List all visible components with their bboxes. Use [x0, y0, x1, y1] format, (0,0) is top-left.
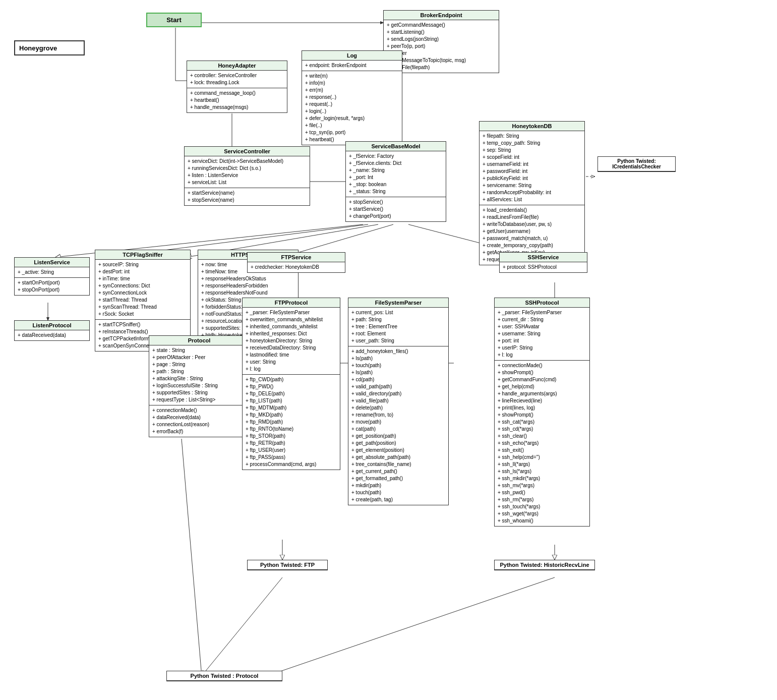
honeytoken-db-title: HoneytokenDB: [480, 122, 584, 131]
honey-adapter-title: HoneyAdapter: [187, 61, 287, 71]
honeygrove-text: Honeygrove: [19, 44, 57, 52]
honey-adapter-box: HoneyAdapter + controller: ServiceContro…: [187, 61, 287, 113]
python-twisted-protocol-box: Python Twisted : Protocol: [166, 671, 282, 681]
file-system-parser-box: FileSystemParser + current_pos: List + p…: [348, 298, 449, 505]
log-attrs: + endpoint: BrokerEndpoint: [302, 61, 402, 71]
python-twisted-protocol-title: Python Twisted : Protocol: [167, 671, 282, 681]
python-twisted-ftp-box: Python Twisted: FTP: [247, 560, 328, 570]
service-controller-attrs: + serviceDict: Dict(int->ServiceBaseMode…: [185, 156, 310, 188]
svg-line-22: [182, 439, 202, 676]
service-controller-title: ServiceController: [185, 147, 310, 156]
ssh-protocol-methods: + connectionMade() + showPrompt() + getC…: [495, 361, 589, 526]
listen-protocol-box: ListenProtocol + dataReceived(data): [14, 320, 90, 341]
protocol-box: Protocol + state : String + peerOfAttack…: [149, 335, 250, 437]
ftp-protocol-methods: + ftp_CWD(path) + ftp_PWD() + ftp_DELE(p…: [243, 375, 340, 470]
file-system-parser-title: FileSystemParser: [348, 298, 448, 308]
python-twisted-icredentials-box: Python Twisted:ICredentialsChecker: [597, 156, 676, 172]
python-twisted-historicrecvline-box: Python Twisted: HistoricRecvLine: [494, 560, 595, 570]
ssh-service-title: SSHService: [500, 253, 587, 262]
service-controller-box: ServiceController + serviceDict: Dict(in…: [184, 146, 310, 206]
honeytoken-db-box: HoneytokenDB + filepath: String + temp_c…: [479, 121, 585, 265]
service-base-model-title: ServiceBaseModel: [346, 142, 446, 151]
ftp-service-box: FTPService + credchecker: HoneytokenDB: [247, 252, 345, 273]
file-system-parser-attrs: + current_pos: List + path: String + tre…: [348, 308, 448, 346]
service-base-model-box: ServiceBaseModel + _fService: Factory + …: [345, 141, 446, 222]
service-base-model-attrs: + _fService: Factory + _fService.clients…: [346, 151, 446, 197]
honeytoken-db-attrs: + filepath: String + temp_copy_path: Str…: [480, 131, 584, 205]
tcp-flag-sniffer-title: TCPFlagSniffer: [95, 250, 190, 260]
ftp-service-title: FTPService: [248, 253, 345, 262]
listen-service-box: ListenService + _active: String + startO…: [14, 257, 90, 296]
ssh-service-attrs: + protocol: SSHProtocol: [500, 262, 587, 272]
broker-endpoint-title: BrokerEndpoint: [384, 11, 499, 20]
svg-line-21: [267, 577, 555, 676]
python-twisted-historicrecvline-title: Python Twisted: HistoricRecvLine: [495, 560, 594, 570]
python-twisted-icredentials-title: Python Twisted:ICredentialsChecker: [598, 157, 675, 171]
listen-protocol-title: ListenProtocol: [15, 321, 89, 330]
log-methods: + write(m) + info(m) + err(m) + response…: [302, 71, 402, 145]
python-twisted-ftp-title: Python Twisted: FTP: [248, 560, 327, 570]
protocol-attrs: + state : String + peerOfAttacker : Peer…: [149, 345, 249, 405]
svg-line-20: [202, 577, 282, 676]
honey-adapter-methods: + command_message_loop() + heartbeat() +…: [187, 88, 287, 112]
ftp-protocol-box: FTPProtocol + _parser: FileSystemParser …: [242, 298, 340, 470]
service-base-model-methods: + stopService() + startService() + chang…: [346, 197, 446, 221]
listen-service-title: ListenService: [15, 258, 89, 267]
listen-service-methods: + startOnPort(port) + stopOnPort(port): [15, 278, 89, 295]
log-box: Log + endpoint: BrokerEndpoint + write(m…: [302, 50, 402, 145]
diagram-container: Start Honeygrove BrokerEndpoint + getCom…: [0, 0, 777, 700]
ssh-protocol-box: SSHProtocol + _parser: FileSystemParser …: [494, 298, 590, 527]
listen-protocol-attrs: + dataReceived(data): [15, 330, 89, 340]
ssh-service-box: SSHService + protocol: SSHProtocol: [499, 252, 587, 273]
start-box: Start: [146, 13, 202, 27]
listen-service-attrs: + _active: String: [15, 267, 89, 278]
protocol-title: Protocol: [149, 336, 249, 345]
ssh-protocol-attrs: + _parser: FileSystemParser + current_di…: [495, 308, 589, 361]
ftp-protocol-attrs: + _parser: FileSystemParser + overwritte…: [243, 308, 340, 375]
service-controller-methods: + startService(name) + stopService(name): [185, 188, 310, 205]
ftp-service-attrs: + credchecker: HoneytokenDB: [248, 262, 345, 272]
tcp-flag-sniffer-attrs: + sourceIP: String + destPort: int + inT…: [95, 260, 190, 320]
file-system-parser-methods: + add_honeytoken_files() + ls(path) + to…: [348, 346, 448, 505]
start-label: Start: [166, 16, 182, 24]
ftp-protocol-title: FTPProtocol: [243, 298, 340, 308]
ssh-protocol-title: SSHProtocol: [495, 298, 589, 308]
protocol-methods: + connectionMade() + dataReceived(data) …: [149, 405, 249, 437]
honeygrove-label: Honeygrove: [14, 40, 85, 55]
log-title: Log: [302, 51, 402, 61]
honey-adapter-attrs: + controller: ServiceController + lock: …: [187, 71, 287, 88]
